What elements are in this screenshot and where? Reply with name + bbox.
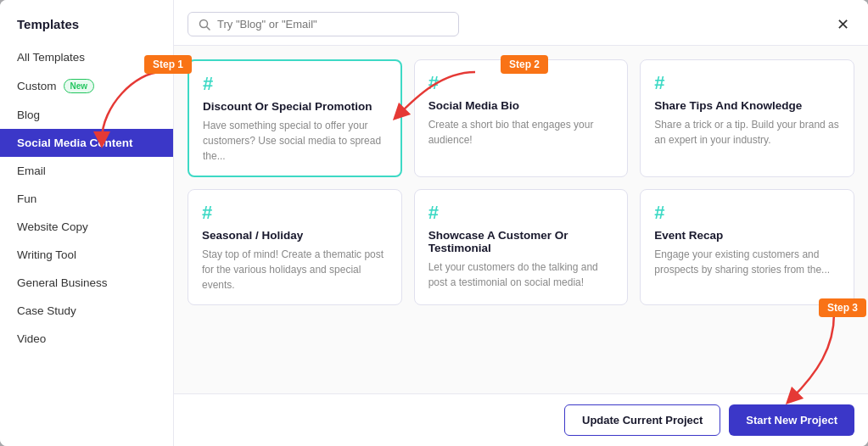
sidebar-item-label: Writing Tool <box>17 248 76 261</box>
card-desc: Let your customers do the talking and po… <box>428 259 614 290</box>
sidebar-item-case-study[interactable]: Case Study <box>0 297 173 325</box>
card-desc: Create a short bio that engages your aud… <box>428 117 614 148</box>
cards-grid: # Discount Or Special Promotion Have som… <box>188 59 854 305</box>
sidebar-item-label: Email <box>17 164 46 177</box>
card-seasonal[interactable]: # Seasonal / Holiday Stay top of mind! C… <box>188 189 402 305</box>
card-hash: # <box>203 73 387 95</box>
main-header: ✕ <box>174 0 868 46</box>
card-title: Showcase A Customer Or Testimonial <box>428 229 614 254</box>
sidebar-item-custom[interactable]: Custom New <box>0 71 173 101</box>
card-hash: # <box>654 72 840 94</box>
update-current-project-button[interactable]: Update Current Project <box>564 404 720 436</box>
card-testimonial[interactable]: # Showcase A Customer Or Testimonial Let… <box>414 189 629 305</box>
sidebar-title: Templates <box>0 17 173 43</box>
card-title: Seasonal / Holiday <box>202 229 388 242</box>
sidebar-item-label: Social Media Content <box>17 137 133 149</box>
sidebar-item-label: Blog <box>17 109 40 121</box>
search-box[interactable] <box>188 12 459 36</box>
card-hash: # <box>428 72 614 94</box>
sidebar-item-website-copy[interactable]: Website Copy <box>0 213 173 241</box>
card-social-bio[interactable]: # Social Media Bio Create a short bio th… <box>414 59 629 177</box>
sidebar-item-label: Website Copy <box>17 220 88 233</box>
card-discount[interactable]: # Discount Or Special Promotion Have som… <box>188 59 402 177</box>
card-title: Discount Or Special Promotion <box>203 100 387 113</box>
card-desc: Engage your existing customers and prosp… <box>654 247 840 277</box>
card-event-recap[interactable]: # Event Recap Engage your existing custo… <box>640 189 854 305</box>
step2-bubble: Step 2 <box>501 55 548 74</box>
modal-footer: Update Current Project Start New Project <box>174 393 868 446</box>
sidebar-item-label: All Templates <box>17 51 85 64</box>
card-desc: Share a trick or a tip. Build your brand… <box>654 117 840 148</box>
step1-bubble: Step 1 <box>144 55 192 74</box>
card-hash: # <box>202 202 388 224</box>
sidebar-item-social-media-content[interactable]: Social Media Content <box>0 129 173 157</box>
sidebar-item-fun[interactable]: Fun <box>0 185 173 213</box>
card-desc: Stay top of mind! Create a thematic post… <box>202 247 388 293</box>
sidebar-item-writing-tool[interactable]: Writing Tool <box>0 241 173 269</box>
card-hash: # <box>428 202 614 224</box>
sidebar-item-label: General Business <box>17 276 108 289</box>
card-hash: # <box>654 202 840 224</box>
card-title: Event Recap <box>654 229 840 242</box>
sidebar-item-label: Fun <box>17 192 36 205</box>
step3-bubble: Step 3 <box>819 298 866 317</box>
svg-line-1 <box>207 26 210 30</box>
card-title: Share Tips And Knowledge <box>654 99 840 112</box>
card-share-tips[interactable]: # Share Tips And Knowledge Share a trick… <box>640 59 854 177</box>
new-badge: New <box>64 79 95 93</box>
sidebar-item-label: Video <box>17 332 46 345</box>
search-input[interactable] <box>217 18 448 31</box>
start-new-project-button[interactable]: Start New Project <box>729 404 854 436</box>
sidebar-item-blog[interactable]: Blog <box>0 101 173 129</box>
card-desc: Have something special to offer your cus… <box>203 118 387 164</box>
search-icon <box>199 19 210 31</box>
sidebar-item-label: Custom <box>17 80 57 92</box>
sidebar-item-video[interactable]: Video <box>0 325 173 353</box>
sidebar-item-email[interactable]: Email <box>0 157 173 185</box>
sidebar-item-label: Case Study <box>17 304 76 317</box>
cards-container: # Discount Or Special Promotion Have som… <box>174 46 868 393</box>
card-title: Social Media Bio <box>428 99 614 112</box>
close-button[interactable]: ✕ <box>831 13 854 36</box>
sidebar-item-general-business[interactable]: General Business <box>0 269 173 297</box>
